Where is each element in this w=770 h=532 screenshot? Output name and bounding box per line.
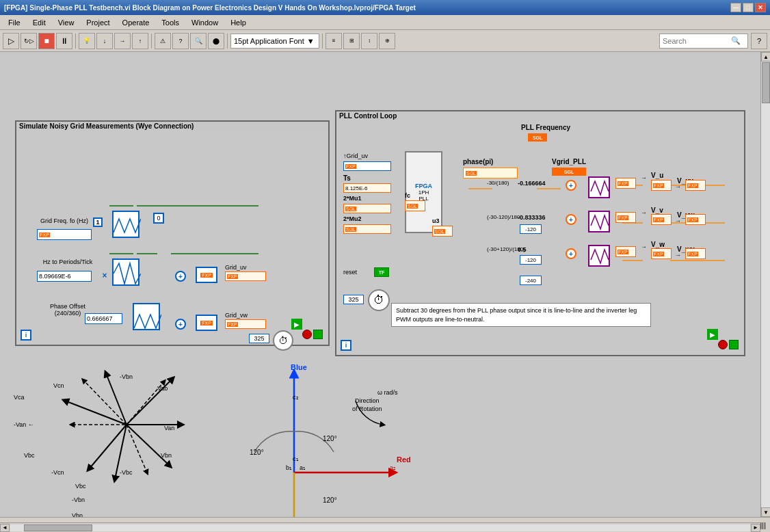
value-325-pll[interactable]: 325 [343, 295, 364, 304]
b1-label: b₁ [286, 464, 292, 471]
font-selector[interactable]: 15pt Application Font ▼ [230, 34, 319, 49]
fxp-block-1[interactable]: FXP [196, 267, 217, 283]
sum-pll-1: + [566, 180, 576, 191]
waveform-3[interactable] [133, 303, 160, 330]
menu-operate[interactable]: Operate [117, 17, 155, 28]
step-into-btn[interactable]: ↓ [96, 33, 113, 49]
van-label: Van [164, 425, 174, 431]
vgrid-pll-label: Vgrid_PLL [552, 158, 586, 165]
maximize-button[interactable]: □ [743, 3, 754, 12]
waveform-2[interactable] [112, 258, 140, 286]
step-over-btn[interactable]: → [114, 33, 131, 49]
tf-button[interactable]: TF [374, 267, 389, 277]
fc-sgl[interactable]: SGL [405, 200, 425, 211]
fxp-vuv2[interactable]: FXP [685, 180, 706, 191]
canvas[interactable]: Simulate Noisy Grid Measurements (Wye Co… [0, 52, 760, 517]
fxp-vwu2[interactable]: FXP [685, 248, 706, 259]
wave-icon-1[interactable] [588, 176, 610, 198]
fxp-vuv[interactable]: FXP [651, 180, 672, 191]
waveform-1[interactable] [112, 211, 140, 238]
highlight-btn[interactable]: 💡 [79, 33, 95, 49]
fxp-vw[interactable]: FXP [615, 246, 636, 257]
context-help-btn[interactable]: ? [172, 33, 189, 49]
val-neg120-1[interactable]: -120 [520, 224, 542, 234]
val-neg240[interactable]: -240 [520, 276, 542, 285]
align-btn[interactable]: ≡ [326, 33, 342, 49]
fxp-vvw[interactable]: FXP [651, 214, 672, 225]
value-666667[interactable]: 0.666667 [85, 313, 122, 324]
bottom-scrollbar[interactable]: ◄ ► [0, 522, 760, 532]
pll-group-title: PLL Control Loop [336, 111, 744, 120]
neg-vbc-label: -Vbc [120, 469, 133, 476]
neg-van-label: -Van ← [14, 421, 34, 428]
wave-icon-3[interactable] [588, 245, 610, 267]
search-icon[interactable]: 🔍 [731, 36, 741, 45]
value-325-sim[interactable]: 325 [249, 334, 269, 343]
scroll-thumb[interactable] [762, 62, 770, 103]
statusbar: Power Electronics Design V Hands On Work… [0, 517, 770, 532]
grid-uv-pll-box[interactable]: FXP [343, 161, 391, 171]
clock-icon-pll[interactable]: ⏱ [368, 289, 390, 311]
val-05: 0.5 [518, 246, 527, 253]
clock-icon-sim[interactable]: ⏱ [273, 330, 293, 351]
menu-file[interactable]: File [3, 17, 26, 28]
scroll-up[interactable]: ▲ [761, 52, 770, 62]
value-0-block[interactable]: 0 [153, 213, 164, 224]
run-cont-btn[interactable]: ↻▷ [21, 33, 37, 49]
menu-view[interactable]: View [53, 17, 80, 28]
value-8e6-block[interactable]: 8.09669E-6 [37, 271, 92, 282]
scroll-track[interactable] [761, 62, 770, 507]
wave-icon-2[interactable] [588, 211, 610, 232]
scroll-right-btn[interactable]: ► [751, 524, 760, 532]
u3-sgl[interactable]: SGL [432, 226, 453, 237]
grid-vw-fxp[interactable]: FXP [225, 319, 266, 329]
help-icon-btn[interactable]: ? [751, 33, 767, 49]
close-button[interactable]: ✕ [755, 3, 766, 12]
mu1-sgl[interactable]: SGL [343, 204, 391, 213]
grid-uv-fxp[interactable]: FXP [225, 271, 266, 281]
dist-btn[interactable]: ⊞ [343, 33, 360, 49]
resize-btn[interactable]: ↕ [361, 33, 377, 49]
menu-edit[interactable]: Edit [27, 17, 51, 28]
reorder-btn[interactable]: ⊕ [379, 33, 395, 49]
bp-btn[interactable]: ⬤ [208, 33, 224, 49]
minimize-button[interactable]: — [730, 3, 741, 12]
fxp-vvw2[interactable]: FXP [685, 214, 706, 225]
warn-btn[interactable]: ⚠ [155, 33, 171, 49]
search-input[interactable] [663, 37, 731, 45]
search-box[interactable]: 🔍 [659, 34, 748, 49]
run-arrow-btn[interactable]: ▷ [3, 33, 19, 49]
probe-btn[interactable]: 🔍 [190, 33, 207, 49]
green-flag-pll[interactable]: ▶ [707, 329, 718, 340]
scroll-down[interactable]: ▼ [761, 507, 770, 517]
menu-window[interactable]: Window [186, 17, 224, 28]
fxp-vv[interactable]: FXP [615, 212, 636, 223]
freq-value-block[interactable]: FXP [37, 229, 92, 240]
mu2-label: 2*Mu2 [343, 215, 362, 222]
menu-help[interactable]: Help [225, 17, 252, 28]
fxp-vwu[interactable]: FXP [651, 248, 672, 259]
val-neg120-2[interactable]: -120 [520, 255, 542, 265]
v-u-label: → [641, 174, 647, 181]
phase-pi-box[interactable]: SGL [463, 168, 518, 178]
ts-label: Ts [343, 174, 351, 182]
neg-vbn-2-label: -Vbn [72, 496, 85, 503]
mu2-sgl[interactable]: SGL [343, 224, 391, 234]
fpga-label: FPGA [415, 183, 432, 189]
value-1-block[interactable]: 1 [93, 217, 103, 227]
v-u-text: V_u [651, 172, 663, 179]
fxp-vu[interactable]: FXP [615, 178, 636, 189]
right-scrollbar[interactable]: ▲ ▼ [760, 52, 770, 517]
step-out-btn[interactable]: ↑ [132, 33, 148, 49]
fxp-block-2[interactable]: FXP [196, 315, 217, 331]
scroll-left-btn[interactable]: ◄ [0, 524, 10, 532]
menu-tools[interactable]: Tools [156, 17, 185, 28]
a1-label: a₁ [300, 464, 306, 471]
grid-uv-label-sim: Grid_uv [225, 264, 247, 271]
green-flag-sim[interactable]: ▶ [291, 319, 302, 330]
ts-value-box[interactable]: 8.125E-6 [343, 183, 391, 193]
pause-btn[interactable]: ⏸ [56, 33, 72, 49]
abort-btn[interactable]: ■ [38, 33, 55, 49]
h-scroll-thumb[interactable] [24, 524, 92, 531]
menu-project[interactable]: Project [81, 17, 115, 28]
